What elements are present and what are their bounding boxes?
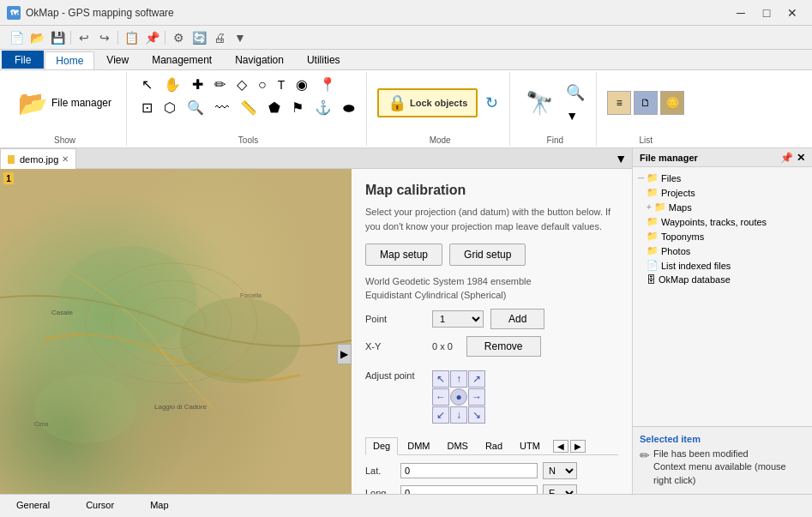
- copy-button[interactable]: 📋: [122, 28, 141, 47]
- long-row: Long. E W: [365, 484, 618, 494]
- arrow-down[interactable]: ↓: [450, 406, 467, 424]
- find-location-button[interactable]: 🔍: [562, 81, 589, 105]
- coord-tab-utm[interactable]: UTM: [512, 437, 548, 454]
- coord-nav-buttons: ◀ ▶: [553, 437, 586, 454]
- settings-button[interactable]: ⚙: [169, 28, 188, 47]
- minimize-button[interactable]: ─: [728, 4, 754, 21]
- find-next-button[interactable]: ▼: [562, 106, 589, 125]
- shape-tool[interactable]: ◇: [232, 74, 251, 95]
- maximize-button[interactable]: □: [754, 4, 779, 21]
- print-button[interactable]: 🖨: [210, 28, 229, 47]
- paste-button[interactable]: 📌: [142, 28, 161, 47]
- tree-item-waypoints[interactable]: 📁 Waypoints, tracks, routes: [636, 214, 809, 229]
- coord-tab-dmm[interactable]: DMM: [400, 437, 437, 454]
- demo-tab[interactable]: demo.jpg ✕: [0, 148, 76, 169]
- new-button[interactable]: 📄: [7, 28, 26, 47]
- route-tool[interactable]: 〰: [211, 97, 233, 118]
- lasso-tool[interactable]: ⬡: [159, 97, 180, 118]
- fm-close-icon[interactable]: ✕: [797, 152, 805, 164]
- grid-setup-button[interactable]: Grid setup: [449, 243, 526, 266]
- close-button[interactable]: ✕: [779, 4, 805, 21]
- flag-tool[interactable]: ⚑: [287, 97, 308, 118]
- tab-navigation[interactable]: Navigation: [224, 51, 295, 69]
- arrow-up[interactable]: ↑: [450, 370, 467, 388]
- doc-dropdown-button[interactable]: ▼: [610, 150, 632, 167]
- arrow-downleft[interactable]: ↙: [432, 406, 449, 424]
- add-point-button[interactable]: Add: [490, 309, 544, 329]
- long-input[interactable]: [400, 485, 538, 494]
- arrow-right[interactable]: →: [468, 388, 485, 406]
- map-setup-button[interactable]: Map setup: [365, 243, 442, 266]
- list-icon-group: ≡ 🗋 🪙: [607, 91, 684, 115]
- list-icon-1[interactable]: ≡: [607, 91, 631, 115]
- coord-next-button[interactable]: ▶: [570, 440, 586, 453]
- tree-item-photos[interactable]: 📁 Photos: [636, 243, 809, 258]
- tab-file[interactable]: File: [2, 51, 44, 69]
- status-tab-general[interactable]: General: [7, 497, 59, 513]
- list-icon-2[interactable]: 🗋: [634, 91, 658, 115]
- marker-tool[interactable]: ◉: [292, 74, 312, 95]
- lat-direction[interactable]: N S: [543, 462, 577, 479]
- text-tool[interactable]: T: [274, 74, 290, 95]
- area-tool[interactable]: ⬟: [264, 97, 285, 118]
- long-direction[interactable]: E W: [543, 484, 577, 494]
- scroll-right-arrow[interactable]: ▶: [337, 344, 352, 364]
- arrow-upright[interactable]: ↗: [468, 370, 485, 388]
- open-button[interactable]: 📂: [27, 28, 46, 47]
- tree-item-okmap-db[interactable]: 🗄 OkMap database: [636, 273, 809, 286]
- refresh-mode-button[interactable]: ↻: [481, 91, 502, 115]
- tree-item-toponyms[interactable]: 📁 Toponyms: [636, 229, 809, 243]
- arrow-upleft[interactable]: ↖: [432, 370, 449, 388]
- remove-point-button[interactable]: Remove: [466, 336, 541, 357]
- calibration-buttons: Map setup Grid setup: [365, 243, 618, 266]
- expand-files-icon[interactable]: ─: [638, 173, 644, 183]
- pin-tool[interactable]: 📍: [315, 74, 340, 95]
- save-button[interactable]: 💾: [48, 28, 67, 47]
- point-select[interactable]: 1 2 3: [432, 310, 484, 328]
- tab-view[interactable]: View: [95, 51, 140, 69]
- coord-tab-dms[interactable]: DMS: [439, 437, 475, 454]
- status-tab-cursor[interactable]: Cursor: [76, 497, 123, 513]
- refresh-button[interactable]: 🔄: [189, 28, 208, 47]
- track-tool[interactable]: 📏: [236, 97, 262, 118]
- circle-tool[interactable]: ○: [254, 74, 271, 95]
- coord-tab-deg[interactable]: Deg: [365, 437, 398, 455]
- anchor-tool[interactable]: ⚓: [310, 97, 336, 118]
- tab-utilities[interactable]: Utilities: [296, 51, 352, 69]
- arrow-left[interactable]: ←: [432, 388, 449, 406]
- tab-management[interactable]: Management: [141, 51, 223, 69]
- ellipse-tool[interactable]: ⬬: [339, 97, 359, 118]
- expand-maps-icon[interactable]: +: [647, 202, 652, 212]
- tree-item-list-indexed[interactable]: 📄 List indexed files: [636, 258, 809, 273]
- tree-item-maps[interactable]: + 📁 Maps: [636, 200, 809, 214]
- cross-tool[interactable]: ✚: [188, 74, 208, 95]
- redo-button[interactable]: ↪: [95, 28, 114, 47]
- select-tool[interactable]: ⊡: [137, 97, 157, 118]
- fm-pin-icon[interactable]: 📌: [780, 152, 793, 164]
- tab-home[interactable]: Home: [45, 51, 94, 69]
- binoculars-button[interactable]: 🔭: [520, 87, 558, 120]
- lat-input[interactable]: [400, 463, 538, 478]
- more-button[interactable]: ▼: [231, 28, 250, 47]
- tree-item-files[interactable]: ─ 📁 Files: [636, 171, 809, 185]
- arrow-tool[interactable]: ↖: [137, 74, 157, 95]
- okmap-db-icon: 🗄: [647, 274, 656, 285]
- coord-prev-button[interactable]: ◀: [553, 440, 568, 453]
- tree-item-projects[interactable]: 📁 Projects: [636, 185, 809, 200]
- lock-objects-button[interactable]: 🔒 Lock objects: [377, 88, 478, 117]
- calibration-panel: Map calibration Select your projection (…: [352, 169, 632, 494]
- pan-tool[interactable]: ✋: [159, 74, 185, 95]
- undo-button[interactable]: ↩: [75, 28, 93, 47]
- ribbon-group-find: 🔭 🔍 ▼ Find: [514, 72, 597, 146]
- arrow-downright[interactable]: ↘: [468, 406, 485, 424]
- zoom-tool[interactable]: 🔍: [183, 97, 208, 118]
- list-icon-3[interactable]: 🪙: [660, 91, 684, 115]
- file-manager-button[interactable]: 📂 File manager: [10, 83, 119, 123]
- folder-icon: 📂: [18, 89, 48, 117]
- draw-tool[interactable]: ✏: [210, 74, 230, 95]
- tab-close-icon[interactable]: ✕: [62, 154, 69, 164]
- coord-tab-rad[interactable]: Rad: [478, 437, 510, 454]
- arrow-center[interactable]: ●: [450, 388, 467, 406]
- status-tab-map[interactable]: Map: [141, 497, 177, 513]
- map-view[interactable]: Casale Laggio di Cadore Cima Forcella 1 …: [0, 169, 352, 494]
